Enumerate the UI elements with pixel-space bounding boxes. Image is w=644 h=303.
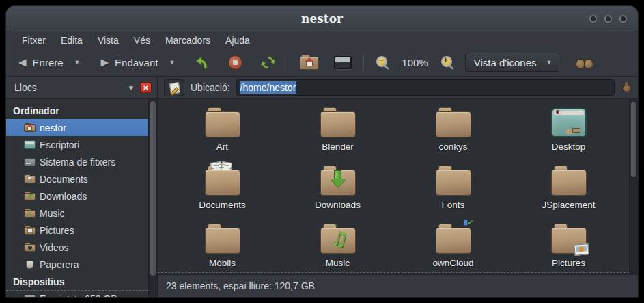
window-close-button[interactable] (619, 15, 627, 23)
sidebar-item[interactable]: Paperera (6, 256, 148, 273)
file-item[interactable]: Mòbils (165, 218, 280, 276)
file-item[interactable]: JSplacement (511, 160, 626, 218)
sidebar-close-button[interactable]: ✕ (140, 82, 152, 93)
titlebar[interactable]: nestor (6, 6, 638, 31)
location-edit-toggle-button[interactable] (164, 79, 184, 96)
sidebar-item[interactable]: Dispositius (6, 273, 148, 290)
status-text: 23 elements, espai lliure: 120,7 GB (166, 280, 315, 291)
sidebar-item[interactable]: Escriptori (6, 136, 148, 153)
menu-item[interactable]: Vés (126, 33, 158, 48)
place-label: Music (40, 208, 65, 219)
stop-button[interactable] (223, 51, 248, 74)
main-scrollbar[interactable] (629, 99, 638, 276)
file-label: Blender (322, 142, 354, 152)
window-minimize-button[interactable] (589, 15, 597, 23)
location-input[interactable]: /home/nestor (236, 79, 615, 96)
file-label: JSplacement (542, 200, 595, 210)
zoom-in-icon: + (440, 55, 454, 69)
forward-button[interactable]: ▶ Endavant (96, 52, 164, 73)
place-icon (24, 209, 36, 218)
computer-icon (334, 56, 352, 69)
file-item[interactable]: Music (280, 218, 395, 276)
sidebar-item[interactable]: Pictures (6, 222, 148, 239)
place-label: Escriptori (40, 140, 79, 150)
sidebar-item[interactable]: Videos (6, 239, 148, 256)
place-icon (24, 174, 36, 183)
back-arrow-icon: ◀ (18, 56, 27, 68)
sidebar-item[interactable]: Encriptats 250 GB (6, 290, 148, 297)
file-label: Music (326, 258, 350, 268)
binoculars-icon (576, 57, 593, 68)
forward-arrow-icon: ▶ (101, 56, 109, 68)
toolbar-separator (363, 53, 364, 71)
folder-icon (205, 107, 240, 137)
folder-icon (205, 224, 240, 254)
sidebar-item[interactable]: Sistema de fitxers (6, 153, 148, 170)
folder-icon (436, 224, 471, 254)
place-label: Downloads (40, 191, 87, 202)
file-label: Documents (199, 200, 245, 210)
sidebar-pane-selector[interactable]: ▼ (128, 84, 135, 92)
sidebar-scrollbar[interactable] (148, 99, 157, 297)
sidebar-item[interactable]: Ordinador (6, 102, 148, 119)
home-button[interactable] (294, 51, 324, 74)
sidebar-item[interactable]: nestor (6, 119, 148, 136)
place-icon (24, 123, 36, 132)
toolbar-separator (288, 53, 288, 71)
menu-item[interactable]: Fitxer (14, 33, 53, 48)
zoom-in-button[interactable]: + (435, 51, 460, 73)
file-item[interactable]: ownCloud (395, 218, 511, 276)
zoom-out-button[interactable]: − (370, 51, 395, 73)
file-item[interactable]: Pictures (511, 218, 626, 276)
file-label: Fonts (442, 200, 465, 210)
icon-view[interactable]: Art Blender conkys (158, 99, 638, 274)
file-item[interactable]: Downloads (280, 160, 395, 218)
place-icon (24, 140, 36, 149)
sidebar-item[interactable]: Downloads (6, 187, 148, 205)
location-label: Ubicació: (191, 82, 230, 93)
forward-history-dropdown[interactable]: ▼ (163, 55, 180, 70)
sidebar-item[interactable]: Documents (6, 170, 148, 187)
place-label: Encriptats 250 GB (40, 293, 117, 298)
menu-item[interactable]: Edita (53, 33, 90, 48)
file-item[interactable]: Documents (165, 160, 280, 218)
place-label: Sistema de fitxers (40, 157, 115, 168)
main-scrollbar-thumb[interactable] (631, 102, 636, 177)
file-label: Art (216, 142, 228, 152)
place-icon (24, 226, 36, 235)
window-maximize-button[interactable] (604, 15, 612, 23)
view-mode-select[interactable]: Vista d'icones ▼ (465, 53, 560, 72)
sidebar-item[interactable]: Music (6, 205, 148, 222)
search-button[interactable] (559, 53, 599, 73)
sidebar-scrollbar-thumb[interactable] (150, 101, 156, 276)
file-item[interactable]: Fonts (395, 160, 511, 218)
location-value: /home/nestor (240, 81, 297, 94)
toolbar: ◀ Enrere ▼ ▶ Endavant ▼ (6, 49, 638, 77)
up-button[interactable] (188, 50, 216, 75)
home-folder-icon (300, 55, 319, 70)
computer-button[interactable] (328, 52, 357, 73)
place-label: Ordinador (13, 105, 59, 116)
stop-icon (228, 55, 242, 70)
file-item[interactable]: Art (165, 102, 280, 160)
file-label: Desktop (552, 142, 586, 152)
file-item[interactable]: conkys (395, 102, 511, 160)
back-button[interactable]: ◀ Enrere (13, 52, 69, 73)
menu-item[interactable]: Ajuda (218, 33, 257, 48)
refresh-button[interactable] (255, 51, 281, 75)
places-list: Ordinador nestor Escriptori Sist (6, 99, 157, 297)
place-label: Pictures (40, 225, 74, 236)
folder-icon (320, 107, 356, 137)
file-item[interactable]: Desktop (511, 102, 626, 160)
sidebar-header: Llocs ▼ ✕ (6, 77, 157, 99)
back-history-dropdown[interactable]: ▼ (69, 55, 86, 70)
menu-item[interactable]: Marcadors (158, 33, 218, 48)
main-pane: Ubicació: /home/nestor Art (158, 77, 638, 297)
file-item[interactable]: Blender (280, 102, 395, 160)
menu-item[interactable]: Vista (90, 33, 126, 48)
folder-icon (436, 166, 471, 196)
ink-drop-icon (621, 81, 632, 94)
place-icon (24, 157, 36, 166)
file-label: conkys (438, 142, 467, 152)
place-label: nestor (40, 122, 66, 133)
